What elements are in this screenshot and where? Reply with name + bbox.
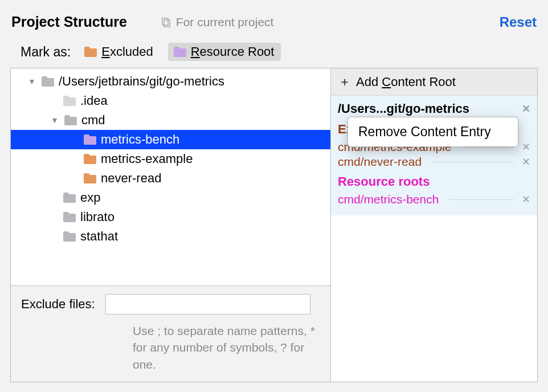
excluded-folder-entry[interactable]: cmd/never-read ✕ <box>338 155 530 169</box>
exclude-files-label: Exclude files: <box>21 297 95 312</box>
add-content-root-label: Add Content Root <box>356 75 456 89</box>
mark-excluded-label: Excluded <box>101 44 153 59</box>
tree-label: .idea <box>80 93 108 108</box>
close-icon[interactable]: ✕ <box>522 103 530 115</box>
tree-row-metrics-example[interactable]: metrics-example <box>11 149 330 169</box>
tree-label: stathat <box>80 229 118 244</box>
content-panes: ▼ /Users/jetbrains/git/go-metrics .idea … <box>10 68 538 382</box>
mark-resource-root-button[interactable]: Resource Root <box>168 43 281 61</box>
left-pane: ▼ /Users/jetbrains/git/go-metrics .idea … <box>11 68 331 382</box>
exclude-help-text: Use ; to separate name patterns, * for a… <box>133 322 315 373</box>
resource-roots-header: Resource roots <box>338 174 530 189</box>
close-icon[interactable]: ✕ <box>522 193 530 206</box>
folder-icon <box>64 115 77 125</box>
tree-row-cmd[interactable]: ▼ cmd <box>11 111 330 130</box>
folder-icon <box>63 193 76 203</box>
content-root-panel: /Users...git/go-metrics ✕ Excluded Folde… <box>331 96 537 215</box>
folder-icon <box>42 76 54 87</box>
folder-path: cmd/metrics-bench <box>338 193 439 206</box>
tree-label: /Users/jetbrains/git/go-metrics <box>59 74 224 89</box>
exclude-panel: Exclude files: Use ; to separate name pa… <box>11 285 330 382</box>
folder-icon <box>63 212 76 222</box>
divider <box>449 199 514 200</box>
tree-row-never-read[interactable]: never-read <box>11 169 330 188</box>
tree-label: metrics-example <box>101 152 193 166</box>
exclude-files-input[interactable] <box>105 294 310 315</box>
add-content-root-button[interactable]: ＋ Add Content Root <box>331 68 537 96</box>
tree-label: librato <box>80 210 114 224</box>
folder-icon <box>84 173 96 183</box>
content-root-path-row[interactable]: /Users...git/go-metrics ✕ <box>338 101 530 116</box>
resource-root-entry[interactable]: cmd/metrics-bench ✕ <box>338 193 530 206</box>
directory-tree[interactable]: ▼ /Users/jetbrains/git/go-metrics .idea … <box>11 68 330 285</box>
folder-icon <box>63 96 76 106</box>
header: Project Structure For current project Re… <box>0 0 548 36</box>
tree-label: metrics-bench <box>101 132 179 147</box>
close-icon[interactable]: ✕ <box>522 156 530 168</box>
tree-row-stathat[interactable]: stathat <box>11 227 330 246</box>
tree-row-librato[interactable]: librato <box>11 207 330 227</box>
divider <box>432 162 514 162</box>
tree-label: never-read <box>101 171 161 186</box>
chevron-down-icon[interactable]: ▼ <box>50 116 60 125</box>
folder-icon <box>174 47 186 57</box>
folder-icon <box>84 134 96 145</box>
content-root-path: /Users...git/go-metrics <box>338 101 469 116</box>
tree-row-metrics-bench[interactable]: metrics-bench <box>11 130 330 149</box>
tree-label: cmd <box>81 113 105 128</box>
svg-rect-0 <box>162 18 168 25</box>
mark-as-label: Mark as: <box>21 44 71 60</box>
folder-icon <box>84 154 96 164</box>
page-title: Project Structure <box>11 14 127 30</box>
folder-icon <box>84 47 97 57</box>
remove-content-entry-item[interactable]: Remove Content Entry <box>358 124 508 140</box>
mark-excluded-button[interactable]: Excluded <box>79 43 160 61</box>
chevron-down-icon[interactable]: ▼ <box>27 77 37 86</box>
svg-rect-1 <box>164 20 170 27</box>
right-pane: ＋ Add Content Root /Users...git/go-metri… <box>331 68 537 382</box>
tree-row-exp[interactable]: exp <box>11 188 330 207</box>
folder-icon <box>63 231 76 242</box>
folder-path: cmd/never-read <box>338 155 422 169</box>
copy-icon <box>161 17 171 27</box>
for-current-project-label: For current project <box>176 15 274 29</box>
for-current-project: For current project <box>161 15 500 29</box>
reset-button[interactable]: Reset <box>500 14 537 30</box>
mark-as-row: Mark as: Excluded Resource Root <box>0 36 548 68</box>
context-menu[interactable]: Remove Content Entry <box>347 117 518 147</box>
tree-label: exp <box>80 190 100 205</box>
tree-row-idea[interactable]: .idea <box>11 91 330 111</box>
tree-row-root[interactable]: ▼ /Users/jetbrains/git/go-metrics <box>11 72 330 91</box>
plus-icon: ＋ <box>339 74 350 89</box>
mark-resource-root-label: Resource Root <box>191 44 275 59</box>
close-icon[interactable]: ✕ <box>522 141 530 153</box>
